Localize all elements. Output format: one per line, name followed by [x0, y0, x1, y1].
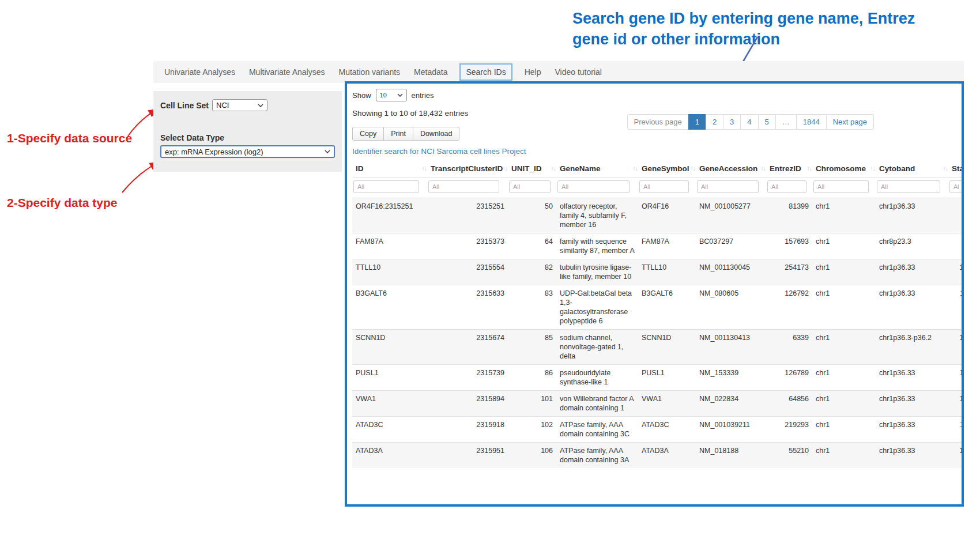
sort-icon: ↑↓	[761, 165, 766, 172]
cell-gene_symbol: SCNN1D	[638, 330, 696, 365]
column-header-label: Chromosome	[816, 164, 866, 173]
table-filter-row	[352, 178, 964, 198]
column-header-transcript_cluster_id[interactable]: TranscriptClusterID↑↓	[427, 160, 508, 178]
page-button-2[interactable]: 2	[706, 114, 723, 130]
cell-gene_accession: NM_001130045	[696, 259, 766, 285]
cell-gene_name: pseudouridylate synthase-like 1	[556, 365, 638, 391]
column-header-label: GeneName	[560, 164, 601, 173]
print-button[interactable]: Print	[383, 127, 413, 141]
cell-start: 1095869	[948, 259, 964, 285]
tab-metadata[interactable]: Metadata	[412, 64, 449, 80]
tab-video-tutorial[interactable]: Video tutorial	[553, 64, 604, 80]
filter-cell-gene_accession	[696, 178, 766, 198]
table-row: TTLL10231555482tubulin tyrosine ligase-l…	[352, 259, 964, 285]
cell-line-set-label: Cell Line Set	[160, 101, 209, 110]
column-header-chromosome[interactable]: Chromosome↑↓	[812, 160, 876, 178]
cell-gene_name: UDP-Gal:betaGal beta 1,3-galactosyltrans…	[556, 285, 638, 330]
sort-icon: ↑↓	[943, 165, 948, 172]
cell-unit_id: 82	[508, 259, 556, 285]
identifier-search-link[interactable]: Identifier search for NCI Sarcoma cell l…	[352, 147, 526, 156]
cell-gene_accession: NM_153339	[696, 365, 766, 391]
tab-search-ids[interactable]: Search IDs	[459, 63, 512, 81]
filter-input-gene_symbol[interactable]	[639, 180, 689, 193]
tab-mutation-variants[interactable]: Mutation variants	[337, 64, 402, 80]
table-row: ATAD3A2315951106ATPase family, AAA domai…	[352, 443, 964, 469]
cell-chromosome: chr1	[812, 233, 876, 259]
cell-cytoband: chr1p36.33	[876, 391, 948, 417]
filter-input-gene_name[interactable]	[557, 180, 630, 193]
table-row: OR4F16:2315251231525150olfactory recepto…	[352, 198, 964, 233]
page-button-4[interactable]: 4	[740, 114, 758, 130]
cell-gene_accession: BC037297	[696, 233, 766, 259]
column-header-label: GeneSymbol	[642, 164, 689, 173]
cell-chromosome: chr1	[812, 365, 876, 391]
filter-input-start[interactable]	[949, 180, 964, 193]
cell-id: ATAD3C	[352, 417, 427, 443]
column-header-cytoband[interactable]: Cytoband↑↓	[876, 160, 948, 178]
cell-id: FAM87A	[352, 233, 427, 259]
column-header-label: EntrezID	[770, 164, 801, 173]
search-ids-panel: Show 10 entries Showing 1 to 10 of 18,43…	[345, 81, 964, 507]
cell-id: TTLL10	[352, 259, 427, 285]
filter-input-cytoband[interactable]	[877, 180, 940, 193]
column-header-gene_accession[interactable]: GeneAccession↑↓	[696, 160, 766, 178]
column-header-label: UNIT_ID	[511, 164, 542, 173]
filter-input-unit_id[interactable]	[509, 180, 551, 193]
filter-input-entrez_id[interactable]	[767, 180, 806, 193]
column-header-gene_name[interactable]: GeneName↑↓	[556, 160, 638, 178]
download-button[interactable]: Download	[413, 127, 460, 141]
tab-help[interactable]: Help	[523, 64, 543, 80]
cell-chromosome: chr1	[812, 443, 876, 469]
cell-gene_symbol: TTLL10	[638, 259, 696, 285]
sort-icon: ↑↓	[503, 165, 508, 172]
page-button-1[interactable]: 1	[688, 114, 706, 130]
table-row: B3GALT6231563383UDP-Gal:betaGal beta 1,3…	[352, 285, 964, 330]
cell-cytoband: chr1p36.3-p36.2	[876, 330, 948, 365]
table-row: ATAD3C2315918102ATPase family, AAA domai…	[352, 417, 964, 443]
next-page-button[interactable]: Next page	[826, 114, 874, 130]
data-type-select[interactable]: exp: mRNA Expression (log2)	[160, 145, 335, 158]
sort-icon: ↑↓	[807, 165, 812, 172]
cell-start: 1370261	[948, 391, 964, 417]
column-header-gene_symbol[interactable]: GeneSymbol↑↓	[638, 160, 696, 178]
previous-page-button[interactable]: Previous page	[627, 114, 689, 130]
filter-input-id[interactable]	[353, 180, 419, 193]
page-button-1844[interactable]: 1844	[796, 114, 827, 130]
cell-gene_symbol: PUSL1	[638, 365, 696, 391]
column-header-label: Cytoband	[879, 164, 915, 173]
cell-gene_name: family with sequence similarity 87, memb…	[556, 233, 638, 259]
filter-input-gene_accession[interactable]	[697, 180, 759, 193]
copy-button[interactable]: Copy	[352, 127, 384, 141]
cell-chromosome: chr1	[812, 285, 876, 330]
cell-gene_name: von Willebrand factor A domain containin…	[556, 391, 638, 417]
annotation-search-note-line2: gene id or other information	[572, 29, 964, 50]
tab-bar: Univariate AnalysesMultivariate Analyses…	[153, 61, 964, 83]
cell-line-set-select[interactable]: NCI	[212, 99, 267, 111]
column-header-id[interactable]: ID↑↓	[352, 160, 427, 178]
column-header-start[interactable]: Start↑↓	[948, 160, 964, 178]
page-button-5[interactable]: 5	[758, 114, 776, 130]
tab-univariate-analyses[interactable]: Univariate Analyses	[163, 64, 237, 80]
cell-unit_id: 101	[508, 391, 556, 417]
data-type-label: Select Data Type	[160, 133, 335, 142]
filter-input-chromosome[interactable]	[813, 180, 869, 193]
column-header-entrez_id[interactable]: EntrezID↑↓	[766, 160, 812, 178]
cell-transcript_cluster_id: 2315739	[427, 365, 508, 391]
column-header-label: Start	[952, 164, 964, 173]
show-entries-select[interactable]: 10	[376, 89, 407, 101]
sort-icon: ↑↓	[870, 165, 876, 172]
cell-start: 1407062	[948, 443, 964, 469]
cell-cytoband: chr1p36.33	[876, 198, 948, 233]
filter-cell-cytoband	[876, 178, 948, 198]
cell-start: 1381162	[948, 417, 964, 443]
sort-icon: ↑↓	[633, 165, 638, 172]
cell-cytoband: chr8p23.3	[876, 233, 948, 259]
column-header-label: ID	[356, 164, 364, 173]
filter-input-transcript_cluster_id[interactable]	[428, 180, 499, 193]
column-header-unit_id[interactable]: UNIT_ID↑↓	[508, 160, 556, 178]
page-button-3[interactable]: 3	[723, 114, 741, 130]
page-ellipsis[interactable]: …	[775, 114, 797, 130]
tab-multivariate-analyses[interactable]: Multivariate Analyses	[247, 64, 327, 80]
cell-gene_symbol: OR4F16	[638, 198, 696, 233]
cell-id: PUSL1	[352, 365, 427, 391]
